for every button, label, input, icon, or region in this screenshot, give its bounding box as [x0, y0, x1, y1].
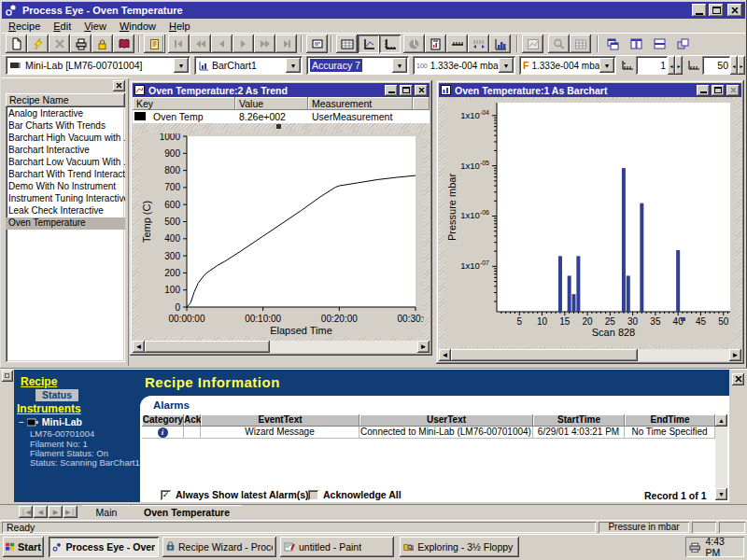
tree-collapse-icon[interactable]: − — [19, 417, 24, 427]
dropdown-arrow-icon[interactable]: ▼ — [174, 58, 189, 73]
recipe-list-header[interactable]: Recipe Name — [6, 93, 125, 107]
panel-grip-button[interactable] — [2, 371, 13, 382]
data-grid-button[interactable] — [570, 35, 591, 53]
tile-vertical-button[interactable] — [626, 35, 647, 53]
faraday-pressure-combo[interactable]: F 1.333e-004 mbar ▼ — [519, 56, 616, 75]
tray-printer-icon[interactable] — [689, 542, 700, 553]
multitrend-view-button[interactable] — [379, 35, 401, 53]
start-button[interactable]: Start — [3, 537, 44, 557]
maximize-button[interactable] — [709, 4, 724, 17]
new-recipe-button[interactable] — [6, 35, 27, 53]
menu-edit[interactable]: Edit — [47, 20, 78, 33]
cascade-windows-button[interactable] — [602, 35, 624, 53]
recipe-list-item[interactable]: Barchart Low Vacuum With ... — [6, 157, 125, 169]
trend-view-button[interactable] — [358, 35, 379, 53]
tab-prev-button[interactable]: ◀ — [34, 506, 48, 518]
column-header-category[interactable]: Category — [142, 414, 184, 427]
go-first-button[interactable] — [168, 35, 190, 53]
last-mass-field[interactable]: 50 — [702, 56, 730, 75]
analog-view-button[interactable] — [522, 35, 543, 53]
task-process-eye[interactable]: Process Eye - Oven ... — [49, 537, 159, 557]
minimize-button[interactable] — [385, 85, 398, 96]
dropdown-arrow-icon[interactable]: ▼ — [286, 58, 301, 73]
splitter-handle[interactable] — [276, 124, 281, 129]
info-panel-close-button[interactable] — [732, 373, 744, 385]
linear-pressure-combo[interactable]: 100 1.333e-004 mbar ▼ — [413, 56, 515, 75]
column-header-starttime[interactable]: StartTime — [533, 414, 625, 427]
instrument-combo[interactable]: Mini-Lab [LM76-00701004] ▼ — [6, 56, 190, 75]
menu-window[interactable]: Window — [113, 20, 162, 33]
dropdown-arrow-icon[interactable]: ▼ — [392, 58, 407, 73]
run-recipe-button[interactable] — [27, 35, 49, 53]
tab-next-button[interactable]: ▶ — [49, 506, 63, 518]
minimize-button[interactable] — [697, 85, 710, 96]
pie-view-button[interactable] — [403, 35, 425, 53]
security-button[interactable] — [92, 35, 113, 53]
recipe-list-item[interactable]: Instrument Tuning Interactive — [6, 193, 125, 205]
menu-recipe[interactable]: Recipe — [2, 20, 47, 33]
fast-forward-button[interactable] — [254, 35, 275, 53]
column-header-measurement[interactable]: Measurement — [308, 97, 413, 110]
scroll-thumb[interactable] — [451, 349, 638, 361]
recipe-list-item[interactable]: Barchart Interactive — [6, 145, 125, 157]
scroll-left-arrow[interactable]: ◄ — [439, 349, 451, 361]
last-mass-spinner[interactable]: ◂▸ — [730, 56, 745, 75]
column-header-endtime[interactable]: EndTime — [625, 414, 715, 427]
column-header-eventtext[interactable]: EventText — [201, 414, 359, 427]
accuracy-combo[interactable]: Accuracy 7 ▼ — [306, 56, 409, 75]
column-header-value[interactable]: Value — [235, 97, 308, 110]
maximize-button[interactable] — [712, 85, 725, 96]
checkbox-unchecked-icon[interactable] — [308, 490, 318, 500]
table-view-button[interactable] — [336, 35, 358, 53]
zoom-button[interactable] — [548, 35, 570, 53]
acknowledge-all-checkbox[interactable]: Acknowledge All — [308, 489, 402, 500]
task-paint[interactable]: untitled - Paint — [280, 537, 394, 557]
menu-help[interactable]: Help — [162, 20, 197, 33]
first-mass-field[interactable]: 1 — [636, 56, 668, 75]
nav-instruments-link[interactable]: Instruments — [17, 402, 81, 415]
scroll-up-arrow[interactable]: ▲ — [715, 414, 727, 427]
scroll-right-arrow[interactable]: ► — [729, 349, 741, 361]
column-header-key[interactable]: Key — [133, 97, 235, 110]
task-exploring[interactable]: Exploring - 3½ Floppy (A:) — [400, 537, 519, 557]
close-button[interactable] — [727, 4, 742, 17]
scroll-track[interactable] — [270, 341, 417, 353]
nav-status-item[interactable]: Status — [35, 389, 78, 401]
alarm-ack-cell[interactable] — [184, 427, 201, 439]
dropdown-arrow-icon[interactable]: ▼ — [599, 58, 614, 73]
barchart-hscrollbar[interactable]: ◄ ► — [439, 349, 741, 361]
recipe-list-item[interactable]: Analog Interactive — [6, 108, 125, 120]
recipe-list-item[interactable]: Bar Charts With Trends — [6, 120, 125, 133]
scroll-left-arrow[interactable]: ◄ — [133, 341, 145, 353]
stop-button[interactable] — [49, 35, 70, 53]
properties-button[interactable] — [306, 35, 328, 53]
close-button[interactable] — [726, 85, 740, 96]
print-button[interactable] — [70, 35, 92, 53]
recipe-panel-close-button[interactable] — [113, 80, 125, 91]
close-button[interactable] — [415, 85, 428, 96]
scroll-right-arrow[interactable]: ► — [417, 341, 430, 353]
menu-view[interactable]: View — [78, 20, 113, 33]
scroll-thumb[interactable] — [145, 341, 270, 353]
report-view-button[interactable] — [425, 35, 446, 53]
help-button[interactable] — [113, 35, 134, 53]
tab-first-button[interactable]: ❘◀ — [19, 506, 33, 518]
first-mass-spinner[interactable]: ◂▸ — [668, 56, 683, 75]
recipe-list-item[interactable]: Leak Check Interactive — [6, 205, 125, 217]
tab-last-button[interactable]: ▶❘ — [63, 506, 78, 518]
x-axis-button[interactable] — [446, 35, 468, 53]
maximize-button[interactable] — [400, 85, 413, 96]
go-last-button[interactable] — [275, 35, 297, 53]
always-show-checkbox[interactable]: ✓ Always Show latest Alarm(s) — [161, 489, 309, 500]
trend-splitter[interactable] — [133, 123, 430, 130]
minimize-button[interactable] — [692, 4, 707, 17]
chart-combo[interactable]: BarChart1 ▼ — [194, 56, 303, 75]
column-header-usertext[interactable]: UserText — [359, 414, 533, 427]
tile-horizontal-button[interactable] — [649, 35, 670, 53]
histogram-view-button[interactable] — [489, 35, 511, 53]
task-recipe-wizard[interactable]: Recipe Wizard - Process E... — [162, 537, 276, 557]
trend-hscrollbar[interactable]: ◄ ► — [133, 341, 430, 353]
step-forward-button[interactable] — [233, 35, 254, 53]
instrument-name[interactable]: Mini-Lab — [42, 416, 82, 427]
recipe-list-item[interactable]: Barchart High Vacuum with ... — [6, 133, 125, 145]
